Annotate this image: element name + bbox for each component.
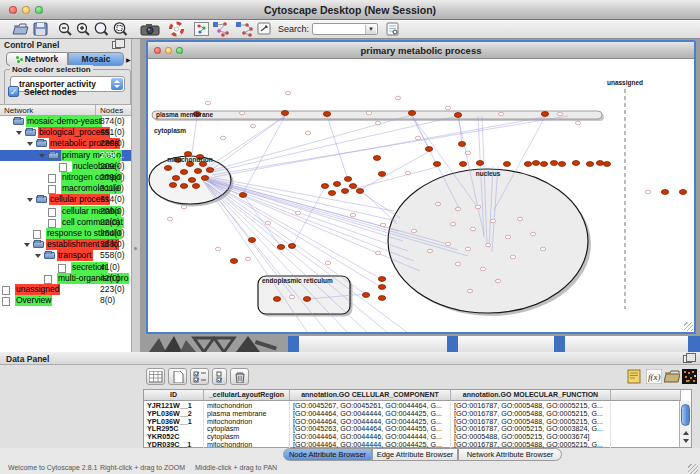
selected-gene-node[interactable] [356,189,363,194]
selected-gene-node[interactable] [524,162,531,167]
tree-row-transport[interactable]: transport558(0) [0,250,131,261]
selected-gene-node[interactable] [603,162,610,167]
gene-node[interactable] [557,112,562,116]
import-attributes-icon[interactable] [664,369,680,384]
selected-gene-node[interactable] [192,184,199,189]
scroll-up-icon[interactable] [683,431,689,435]
gene-node[interactable] [411,229,416,233]
selected-gene-node[interactable] [328,191,335,196]
gene-node[interactable] [350,213,355,217]
selected-gene-node[interactable] [378,172,385,177]
network-graph[interactable]: plasma membranecytoplasmmitochondrionnuc… [148,59,694,332]
selected-gene-node[interactable] [188,178,195,183]
gene-node[interactable] [427,249,432,253]
gene-node[interactable] [540,247,545,251]
tab-network[interactable]: Network [6,52,68,66]
zoom-selected-icon[interactable] [112,21,129,37]
gene-node[interactable] [205,101,210,105]
gene-node[interactable] [405,171,410,175]
gene-node[interactable] [485,243,490,247]
scroll-down-icon[interactable] [683,439,689,443]
save-icon[interactable] [32,21,49,37]
gene-node[interactable] [366,111,371,115]
tab-network-attribute-browser[interactable]: Network Attribute Browser [458,448,562,461]
selected-gene-node[interactable] [248,238,255,243]
gene-node[interactable] [517,217,522,221]
scrollbar-thumb[interactable] [681,404,690,426]
gene-node[interactable] [265,221,270,225]
edge[interactable] [210,182,381,279]
tab-node-attribute-browser[interactable]: Node Attribute Browser [283,448,372,461]
expand-arrow-icon[interactable] [27,198,33,202]
tab-edge-attribute-browser[interactable]: Edge Attribute Browser [372,448,458,461]
unselect-attributes-button[interactable] [212,368,227,385]
edge[interactable] [214,117,545,177]
selected-gene-node[interactable] [281,111,288,116]
gene-node[interactable] [505,235,510,239]
selected-gene-node[interactable] [239,193,246,198]
gene-node[interactable] [455,262,460,266]
selected-gene-node[interactable] [288,244,295,249]
column-header-filler[interactable] [611,390,681,401]
new-attribute-button[interactable] [168,368,187,385]
gene-node[interactable] [435,202,440,206]
tree-row-cellular-process[interactable]: cellular process614(0) [0,194,131,205]
gene-node[interactable] [239,111,244,115]
table-cell[interactable]: [GO:0016787, GO:0005215, GO:0003824, G..… [451,425,611,433]
selected-gene-node[interactable] [172,176,179,181]
selected-gene-node[interactable] [454,113,461,118]
table-cell[interactable]: plasma membrane [204,410,290,418]
tree-row-establishment-of-lo[interactable]: establishment of lo558(0) [0,239,131,250]
background-window[interactable] [458,336,554,352]
gene-node[interactable] [475,205,480,209]
table-cell[interactable]: [GO:0016787, GO:0005488, GO:0005215, G..… [451,402,611,410]
gene-node[interactable] [465,151,470,155]
gene-node[interactable] [380,223,385,227]
select-columns-button[interactable] [146,368,165,385]
selected-gene-node[interactable] [373,156,380,161]
selected-gene-node[interactable] [459,162,466,167]
table-cell[interactable]: mitochondrion [204,418,290,426]
selected-gene-node[interactable] [333,182,340,187]
selected-gene-node[interactable] [341,189,348,194]
selected-gene-node[interactable] [230,259,237,264]
selected-gene-node[interactable] [206,168,213,173]
selected-gene-node[interactable] [596,161,603,166]
tree-row-response-to-stimulu[interactable]: response to stimulu264(0) [0,228,131,239]
gene-node[interactable] [289,295,294,299]
layout-1-icon[interactable] [212,21,232,37]
gene-node[interactable] [467,289,472,293]
gene-node[interactable] [575,121,580,125]
selected-gene-node[interactable] [349,184,356,189]
tab-mosaic[interactable]: Mosaic [68,52,124,66]
expand-arrow-icon[interactable] [16,131,22,135]
float-panel-icon[interactable] [112,41,121,49]
gene-node[interactable] [490,219,495,223]
selected-gene-node[interactable] [540,162,547,167]
selected-gene-node[interactable] [194,169,201,174]
selected-gene-node[interactable] [378,285,385,290]
table-cell[interactable]: mitochondrion [204,402,290,410]
combo-stepper-icon[interactable] [111,78,123,90]
gene-node[interactable] [450,222,455,226]
table-cell[interactable]: YJR121W__1 [144,402,204,410]
table-cell[interactable]: [GO:0016787, GO:0005488, GO:0005215, G..… [451,418,611,426]
search-input[interactable]: ▼ [312,23,378,35]
search-dropdown-icon[interactable]: ▼ [365,25,376,34]
network-canvas[interactable]: plasma membranecytoplasmmitochondrionnuc… [148,59,694,332]
background-window[interactable] [299,336,447,352]
selected-gene-node[interactable] [661,190,668,195]
edge[interactable] [327,116,348,180]
gene-node[interactable] [495,279,500,283]
expand-arrow-icon[interactable] [27,142,33,146]
tree-row-cellular-metabo[interactable]: cellular metabo209(0) [0,206,131,217]
gene-node[interactable] [375,251,380,255]
table-cell[interactable]: YPL036W__1 [144,418,204,426]
table-cell[interactable]: [GO:0005488, GO:0005215, GO:0003674] [451,433,611,441]
edge[interactable] [413,117,430,150]
selected-gene-node[interactable] [476,161,483,166]
gene-node[interactable] [645,190,650,194]
background-window-edge[interactable] [688,336,700,352]
selected-gene-node[interactable] [458,142,465,147]
annotation-tool-icon[interactable] [256,21,273,37]
